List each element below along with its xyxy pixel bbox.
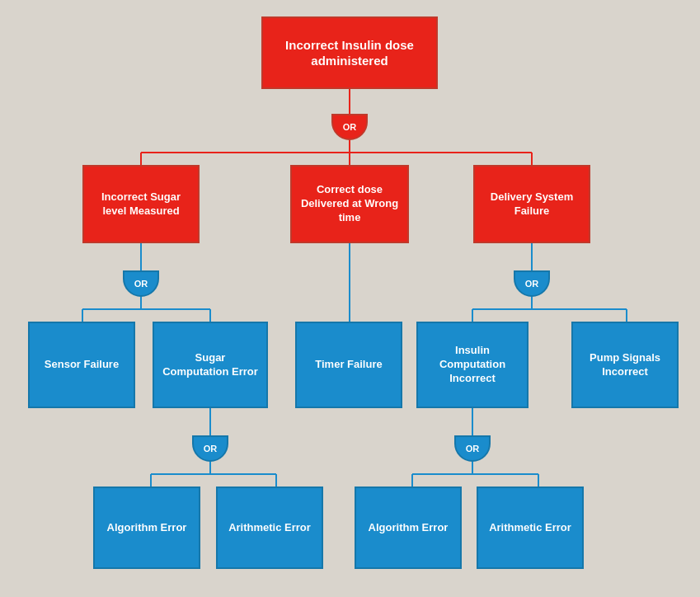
node-sensor-failure: Sensor Failure	[28, 322, 135, 408]
or-gate-left-bottom: OR	[192, 435, 228, 462]
root-node: Incorrect Insulin dose administered	[261, 16, 438, 89]
or-gate-root: OR	[331, 114, 368, 140]
node-correct-dose-wrong-time: Correct dose Delivered at Wrong time	[290, 165, 409, 243]
node-algorithm-error-left: Algorithm Error	[93, 487, 200, 569]
node-timer-failure: Timer Failure	[295, 322, 402, 408]
node-algorithm-error-right: Algorithm Error	[355, 487, 462, 569]
node-arithmetic-error-right: Arithmetic Error	[477, 487, 584, 569]
node-pump-signals: Pump Signals Incorrect	[571, 322, 679, 408]
or-gate-right: OR	[514, 270, 550, 297]
or-gate-right-bottom: OR	[454, 435, 491, 462]
node-arithmetic-error-left: Arithmetic Error	[216, 487, 323, 569]
node-incorrect-sugar: Incorrect Sugar level Measured	[82, 165, 200, 243]
node-insulin-computation: Insulin Computation Incorrect	[416, 322, 529, 408]
fault-tree-diagram: Incorrect Insulin dose administered OR I…	[0, 0, 700, 597]
node-sugar-computation-error: Sugar Computation Error	[153, 322, 268, 408]
or-gate-left: OR	[123, 270, 159, 297]
node-delivery-failure: Delivery System Failure	[473, 165, 590, 243]
